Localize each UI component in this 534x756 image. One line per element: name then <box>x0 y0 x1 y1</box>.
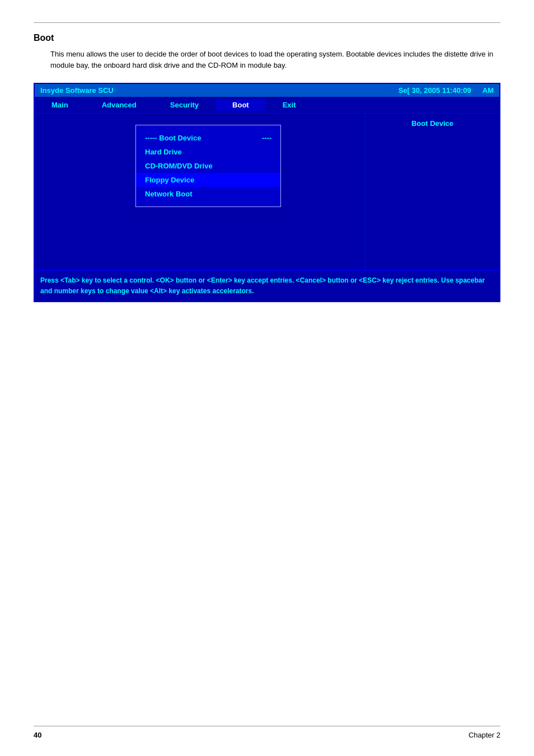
page-footer: 40 Chapter 2 <box>34 726 500 739</box>
dropdown-item-label: Floppy Device <box>145 176 194 184</box>
bios-dropdown: ----- Boot Device----Hard DriveCD-ROM/DV… <box>135 125 281 207</box>
bios-dropdown-item[interactable]: Hard Drive <box>136 145 280 159</box>
bios-dropdown-item[interactable]: ----- Boot Device---- <box>136 131 280 145</box>
bios-right-panel: Boot Device <box>365 114 499 270</box>
footer-page-number: 40 <box>34 731 41 739</box>
page-container: Boot This menu allows the user to decide… <box>0 0 534 336</box>
bios-nav-item-boot[interactable]: Boot <box>216 99 266 111</box>
bios-dropdown-item[interactable]: Network Boot <box>136 187 280 201</box>
top-rule <box>34 22 500 23</box>
bios-dropdown-item[interactable]: Floppy Device <box>136 173 280 187</box>
bios-nav-item-advanced[interactable]: Advanced <box>85 99 153 111</box>
dropdown-item-value: ---- <box>262 134 271 142</box>
bios-help-text: Press <Tab> key to select a control. <OK… <box>35 270 499 301</box>
bios-nav: MainAdvancedSecurityBootExit <box>35 97 499 114</box>
section-title: Boot <box>34 33 500 43</box>
bios-nav-item-security[interactable]: Security <box>153 99 216 111</box>
bios-header: Insyde Software SCU Se[ 30, 2005 11:40:0… <box>35 84 499 97</box>
bios-dropdown-item[interactable]: CD-ROM/DVD Drive <box>136 159 280 173</box>
bios-header-am: AM <box>483 86 494 95</box>
bios-nav-item-main[interactable]: Main <box>35 99 85 111</box>
footer-chapter: Chapter 2 <box>469 731 500 739</box>
dropdown-item-label: Hard Drive <box>145 148 182 156</box>
bios-header-datetime: Se[ 30, 2005 11:40:09 <box>399 86 471 95</box>
dropdown-item-label: CD-ROM/DVD Drive <box>145 162 213 170</box>
bios-container: Insyde Software SCU Se[ 30, 2005 11:40:0… <box>34 83 500 302</box>
bios-nav-item-exit[interactable]: Exit <box>266 99 313 111</box>
dropdown-item-label: Network Boot <box>145 190 193 198</box>
bios-right-panel-title: Boot Device <box>371 119 494 128</box>
bios-content: ----- Boot Device----Hard DriveCD-ROM/DV… <box>35 114 499 270</box>
dropdown-item-label: ----- Boot Device <box>145 134 201 142</box>
bios-header-title: Insyde Software SCU <box>40 86 399 95</box>
section-description: This menu allows the user to decide the … <box>50 49 500 71</box>
bios-left-panel: ----- Boot Device----Hard DriveCD-ROM/DV… <box>35 114 365 270</box>
